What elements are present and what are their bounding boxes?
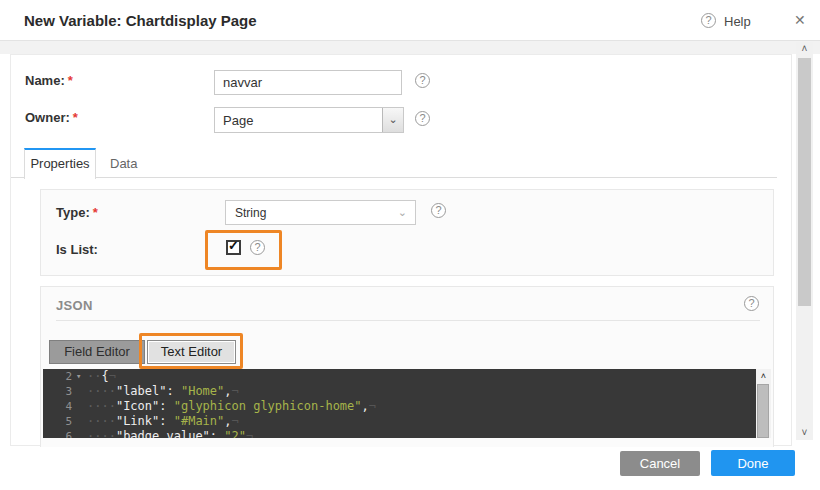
code-segment-ws: ···· xyxy=(87,384,116,398)
owner-select-value: Page xyxy=(223,113,253,128)
code-line: 6····"badge_value": "2"¬ xyxy=(43,429,771,438)
json-code-editor[interactable]: 2▾··{¬3····"label": "Home",¬4····"Icon":… xyxy=(43,369,771,438)
json-section-title: JSON xyxy=(56,298,93,313)
code-line: 3····"label": "Home",¬ xyxy=(43,384,771,399)
line-number: 5 xyxy=(43,414,87,429)
required-marker: * xyxy=(73,110,78,125)
line-number: 6 xyxy=(43,429,87,438)
code-segment-code: , xyxy=(362,399,369,413)
code-segment-ws: ···· xyxy=(87,429,116,438)
code-segment-ws: ·· xyxy=(87,369,101,383)
code-line: 5····"Link": "#Main",¬ xyxy=(43,414,771,429)
required-marker: * xyxy=(68,73,73,88)
code-segment-str: "glyphicon glyphicon-home" xyxy=(174,399,362,413)
code-line: 4····"Icon": "glyphicon glyphicon-home",… xyxy=(43,399,771,414)
scroll-down-icon[interactable]: ˅ xyxy=(796,426,813,440)
code-segment-code: "label": xyxy=(116,384,181,398)
code-segment-eol: ¬ xyxy=(369,399,376,413)
code-segment-str: "Home" xyxy=(181,384,224,398)
chevron-down-icon: ⌄ xyxy=(398,206,407,219)
code-segment-eol: ¬ xyxy=(232,384,239,398)
dialog-titlebar: New Variable: Chartdisplay Page ? Help ✕ xyxy=(0,0,820,41)
code-segment-ws: ···· xyxy=(87,399,116,413)
help-link[interactable]: Help xyxy=(724,14,751,29)
done-button[interactable]: Done xyxy=(711,450,795,476)
name-input[interactable] xyxy=(214,70,402,95)
page-title: New Variable: Chartdisplay Page xyxy=(24,12,257,29)
code-lines: 2▾··{¬3····"label": "Home",¬4····"Icon":… xyxy=(43,369,771,438)
divider xyxy=(56,320,760,321)
code-segment-code: , xyxy=(224,414,231,428)
text-editor-highlight-rectangle xyxy=(139,333,243,369)
dialog-body: Name:* ? Owner:* Page ⌄ ? Properties Dat… xyxy=(10,54,792,446)
help-icon[interactable]: ? xyxy=(701,13,716,28)
code-segment-eol: ¬ xyxy=(109,369,116,383)
name-label: Name:* xyxy=(25,73,73,88)
code-line: 2▾··{¬ xyxy=(43,369,771,384)
is-list-label: Is List: xyxy=(56,242,98,257)
type-select[interactable]: String ⌄ xyxy=(225,200,416,225)
properties-panel: Type:* String ⌄ ? Is List: ✓ ? xyxy=(40,189,774,276)
required-marker: * xyxy=(93,205,98,220)
code-segment-str: "#Main" xyxy=(174,414,225,428)
scroll-up-icon[interactable]: ˄ xyxy=(796,42,813,56)
code-segment-code: { xyxy=(101,369,108,383)
code-segment-code: "badge_value": xyxy=(116,429,224,438)
code-segment-eol: ¬ xyxy=(232,414,239,428)
name-help-icon[interactable]: ? xyxy=(415,73,430,88)
type-select-value: String xyxy=(235,206,266,220)
is-list-highlight-rectangle xyxy=(205,230,282,270)
code-segment-code: , xyxy=(224,384,231,398)
line-number: 4 xyxy=(43,399,87,414)
type-help-icon[interactable]: ? xyxy=(431,203,446,218)
scrollbar-thumb[interactable] xyxy=(798,58,811,306)
line-number: 3 xyxy=(43,384,87,399)
tab-bar: Properties Data xyxy=(11,148,777,178)
code-segment-code: "Link": xyxy=(116,414,174,428)
owner-help-icon[interactable]: ? xyxy=(415,111,430,126)
json-panel: JSON ? Field Editor Text Editor 2▾··{¬3·… xyxy=(40,286,774,447)
editor-scrollbar[interactable]: ˄ xyxy=(756,369,771,438)
tab-properties[interactable]: Properties xyxy=(24,148,96,179)
code-segment-str: "2" xyxy=(224,429,246,438)
dialog-gap-band xyxy=(0,41,820,54)
type-label: Type:* xyxy=(56,205,98,220)
close-icon[interactable]: ✕ xyxy=(794,12,806,28)
code-segment-eol: ¬ xyxy=(246,429,253,438)
owner-label: Owner:* xyxy=(25,110,78,125)
chevron-down-icon[interactable]: ⌄ xyxy=(382,108,403,132)
cancel-button[interactable]: Cancel xyxy=(620,451,700,476)
field-editor-button[interactable]: Field Editor xyxy=(49,340,145,364)
code-segment-ws: ···· xyxy=(87,414,116,428)
editor-scrollbar-thumb[interactable] xyxy=(757,384,769,438)
fold-icon[interactable]: ▾ xyxy=(76,369,81,384)
json-help-icon[interactable]: ? xyxy=(744,296,759,311)
code-segment-code: "Icon": xyxy=(116,399,174,413)
owner-select[interactable]: Page ⌄ xyxy=(214,107,404,133)
tab-data[interactable]: Data xyxy=(110,156,137,171)
editor-scroll-up-icon[interactable]: ˄ xyxy=(756,369,771,383)
dialog-scrollbar[interactable]: ˄ ˅ xyxy=(796,42,813,440)
